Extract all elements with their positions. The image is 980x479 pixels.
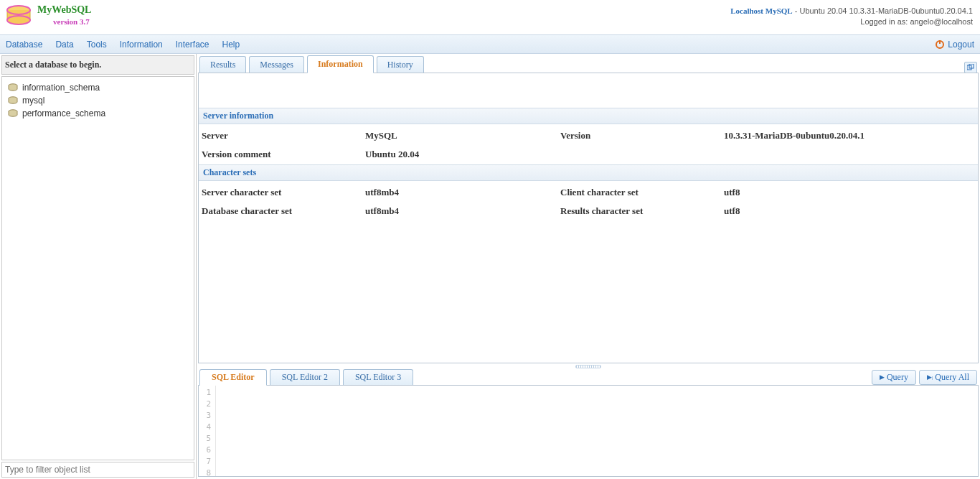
play-icon: ▶ (880, 373, 885, 381)
popout-button[interactable] (964, 62, 977, 73)
logo-area: MyWebSQL version 3.7 (4, 4, 91, 30)
tab-information[interactable]: Information (307, 55, 374, 73)
database-list: information_schema mysql performance_sch… (1, 76, 194, 460)
database-icon (8, 109, 18, 118)
menu-interface[interactable]: Interface (176, 39, 209, 50)
value-version: 10.3.31-MariaDB-0ubuntu0.20.04.1 (724, 130, 975, 141)
tab-results[interactable]: Results (199, 56, 246, 73)
label-server-charset: Server character set (202, 187, 365, 198)
query-button[interactable]: ▶Query (872, 370, 916, 385)
result-tabs: Results Messages Information History (197, 55, 980, 73)
connection-info: Localhost MySQL - Ubuntu 20.04 10.3.31-M… (730, 4, 973, 28)
editor-tab-1[interactable]: SQL Editor (199, 369, 267, 386)
logout-label: Logout (948, 39, 974, 50)
editor-tab-2[interactable]: SQL Editor 2 (270, 369, 340, 385)
label-results-charset: Results character set (560, 205, 724, 217)
sql-editor-area: 12345678 (198, 385, 979, 477)
tab-history[interactable]: History (377, 56, 424, 73)
information-panel: Server information Server MySQL Version … (199, 73, 978, 363)
app-title: MyWebSQL (37, 4, 91, 16)
label-server: Server (202, 130, 365, 141)
sidebar: Select a database to begin. information_… (0, 54, 197, 479)
label-version-comment: Version comment (202, 149, 365, 160)
query-all-button[interactable]: ▶|Query All (919, 370, 977, 385)
line-gutter: 12345678 (199, 386, 216, 476)
label-client-charset: Client character set (560, 187, 724, 198)
content: Results Messages Information History Ser… (197, 54, 980, 479)
connection-detail: - Ubuntu 20.04 10.3.31-MariaDB-0ubuntu0.… (793, 6, 973, 15)
play-all-icon: ▶| (927, 373, 933, 381)
sidebar-hint: Select a database to begin. (1, 55, 194, 75)
main: Select a database to begin. information_… (0, 54, 980, 479)
code-input[interactable] (216, 386, 978, 476)
menu-database[interactable]: Database (6, 39, 42, 50)
value-results-charset: utf8 (724, 205, 975, 217)
connection-server: Localhost MySQL (730, 6, 792, 15)
popout-icon (967, 64, 974, 71)
database-label: performance_schema (22, 108, 105, 118)
logged-in-as: Logged in as: angelo@localhost (730, 17, 973, 27)
filter-box (1, 462, 194, 478)
tab-messages[interactable]: Messages (249, 56, 304, 73)
filter-input[interactable] (2, 462, 194, 477)
query-all-label: Query All (935, 372, 969, 383)
header: MyWebSQL version 3.7 Localhost MySQL - U… (0, 0, 980, 34)
value-client-charset: utf8 (724, 187, 975, 198)
app-version: version 3.7 (53, 17, 91, 26)
database-logo-icon (4, 4, 33, 30)
editor-tab-3[interactable]: SQL Editor 3 (343, 369, 413, 385)
database-icon (8, 83, 18, 92)
database-item-mysql[interactable]: mysql (5, 94, 191, 107)
label-version: Version (560, 130, 724, 141)
section-character-sets: Character sets (199, 164, 978, 181)
menu-information[interactable]: Information (120, 39, 163, 50)
menu-data[interactable]: Data (55, 39, 73, 50)
value-database-charset: utf8mb4 (365, 205, 560, 217)
database-label: information_schema (22, 83, 100, 93)
logout-button[interactable]: Logout (935, 39, 974, 50)
value-server-charset: utf8mb4 (365, 187, 560, 198)
menu-tools[interactable]: Tools (87, 39, 107, 50)
label-database-charset: Database character set (202, 205, 365, 217)
value-version-comment: Ubuntu 20.04 (365, 149, 560, 160)
value-server: MySQL (365, 130, 560, 141)
menu-help[interactable]: Help (222, 39, 240, 50)
database-label: mysql (22, 96, 44, 106)
query-label: Query (887, 372, 908, 383)
menu-items: Database Data Tools Information Interfac… (6, 39, 240, 50)
editor-tabs: SQL Editor SQL Editor 2 SQL Editor 3 ▶Qu… (197, 368, 980, 386)
power-icon (935, 39, 945, 50)
database-item-performance-schema[interactable]: performance_schema (5, 107, 191, 120)
database-item-information-schema[interactable]: information_schema (5, 81, 191, 94)
menubar: Database Data Tools Information Interfac… (0, 34, 980, 54)
section-server-information: Server information (199, 108, 978, 124)
database-icon (8, 96, 18, 105)
